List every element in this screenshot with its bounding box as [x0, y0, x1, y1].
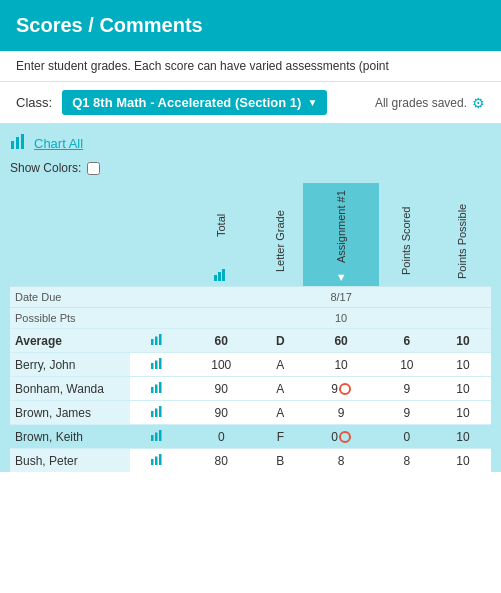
possible-pts-row: Possible Pts 10 — [10, 308, 491, 329]
student-points-scored: 10 — [379, 353, 435, 377]
col-assignment1: Assignment #1 ▼ — [303, 183, 378, 287]
student-assignment1[interactable]: 10 — [303, 353, 378, 377]
chart-icon[interactable] — [151, 405, 164, 420]
svg-rect-5 — [222, 269, 225, 281]
student-name: Bonham, Wanda — [10, 377, 130, 401]
table-row: Bush, Peter 80B8810 — [10, 449, 491, 473]
page-title: Scores / Comments — [16, 14, 485, 37]
col-points-scored: Points Scored — [379, 183, 435, 287]
svg-rect-18 — [151, 435, 154, 441]
student-assignment1[interactable]: 9 — [303, 377, 378, 401]
col-points-possible: Points Possible — [435, 183, 491, 287]
table-row: Brown, Keith 0F0010 — [10, 425, 491, 449]
svg-rect-14 — [159, 382, 162, 393]
col-letter-grade: Letter Grade — [257, 183, 303, 287]
col-assignment1-arrow: ▼ — [306, 270, 375, 284]
student-letter: A — [257, 401, 303, 425]
class-select-button[interactable]: Q1 8th Math - Accelerated (Section 1) ▼ — [62, 90, 327, 115]
chart-icon[interactable] — [151, 357, 164, 372]
grades-container: Chart All Show Colors: Total — [0, 123, 501, 472]
chart-all-row: Chart All — [10, 131, 491, 155]
student-total: 80 — [185, 449, 257, 473]
date-due-value: 8/17 — [303, 287, 378, 308]
svg-rect-6 — [151, 339, 154, 345]
student-chart-icon[interactable] — [130, 449, 185, 473]
average-name: Average — [10, 329, 130, 353]
comment-indicator — [339, 383, 351, 395]
svg-rect-4 — [218, 272, 221, 281]
student-chart-icon[interactable] — [130, 353, 185, 377]
student-chart-icon[interactable] — [130, 401, 185, 425]
svg-rect-9 — [151, 363, 154, 369]
svg-rect-13 — [155, 385, 158, 394]
gear-icon[interactable]: ⚙ — [472, 95, 485, 111]
class-label: Class: — [16, 95, 52, 110]
average-chart-icon[interactable] — [151, 333, 164, 348]
average-points-scored: 6 — [379, 329, 435, 353]
svg-rect-21 — [151, 459, 154, 465]
chart-icon[interactable] — [151, 381, 164, 396]
grades-table: Total Letter Grade Assignment #1 ▼ — [10, 183, 491, 472]
student-chart-icon[interactable] — [130, 425, 185, 449]
average-row: Average 60 D 60 6 10 — [10, 329, 491, 353]
student-name: Brown, James — [10, 401, 130, 425]
subheader-text: Enter student grades. Each score can hav… — [0, 51, 501, 82]
table-header-row: Total Letter Grade Assignment #1 ▼ — [10, 183, 491, 287]
student-points-possible: 10 — [435, 449, 491, 473]
col-total-icon — [188, 268, 254, 284]
possible-pts-value: 10 — [303, 308, 378, 329]
col-chart — [130, 183, 185, 287]
svg-rect-15 — [151, 411, 154, 417]
student-assignment1[interactable]: 0 — [303, 425, 378, 449]
svg-rect-0 — [11, 141, 14, 149]
svg-rect-11 — [159, 358, 162, 369]
date-due-row: Date Due 8/17 — [10, 287, 491, 308]
student-total: 100 — [185, 353, 257, 377]
svg-rect-19 — [155, 433, 158, 442]
student-points-scored: 8 — [379, 449, 435, 473]
chart-icon[interactable] — [151, 453, 164, 468]
svg-rect-3 — [214, 275, 217, 281]
table-row: Brown, James 90A9910 — [10, 401, 491, 425]
student-points-possible: 10 — [435, 425, 491, 449]
grades-saved-status: All grades saved. ⚙ — [375, 95, 485, 111]
chart-all-icon — [10, 133, 28, 153]
chart-all-link[interactable]: Chart All — [34, 136, 83, 151]
student-name: Bush, Peter — [10, 449, 130, 473]
show-colors-checkbox[interactable] — [87, 162, 100, 175]
student-assignment1[interactable]: 9 — [303, 401, 378, 425]
average-assignment1: 60 — [303, 329, 378, 353]
student-total: 90 — [185, 377, 257, 401]
student-points-scored: 0 — [379, 425, 435, 449]
show-colors-row: Show Colors: — [10, 161, 491, 175]
svg-rect-22 — [155, 457, 158, 466]
class-select-value: Q1 8th Math - Accelerated (Section 1) — [72, 95, 301, 110]
student-chart-icon[interactable] — [130, 377, 185, 401]
student-assignment1[interactable]: 8 — [303, 449, 378, 473]
chart-icon[interactable] — [151, 429, 164, 444]
student-points-possible: 10 — [435, 401, 491, 425]
page-header: Scores / Comments — [0, 0, 501, 51]
svg-rect-20 — [159, 430, 162, 441]
average-letter: D — [257, 329, 303, 353]
table-row: Berry, John 100A101010 — [10, 353, 491, 377]
svg-rect-12 — [151, 387, 154, 393]
student-total: 0 — [185, 425, 257, 449]
svg-rect-1 — [16, 137, 19, 149]
student-total: 90 — [185, 401, 257, 425]
student-name: Berry, John — [10, 353, 130, 377]
student-letter: A — [257, 353, 303, 377]
svg-rect-8 — [159, 334, 162, 345]
svg-rect-7 — [155, 337, 158, 346]
student-letter: F — [257, 425, 303, 449]
col-name — [10, 183, 130, 287]
table-row: Bonham, Wanda 90A9910 — [10, 377, 491, 401]
student-points-scored: 9 — [379, 377, 435, 401]
chevron-down-icon: ▼ — [307, 97, 317, 108]
col-total: Total — [185, 183, 257, 287]
student-letter: A — [257, 377, 303, 401]
svg-rect-17 — [159, 406, 162, 417]
date-due-label: Date Due — [10, 287, 130, 308]
student-points-possible: 10 — [435, 353, 491, 377]
student-letter: B — [257, 449, 303, 473]
